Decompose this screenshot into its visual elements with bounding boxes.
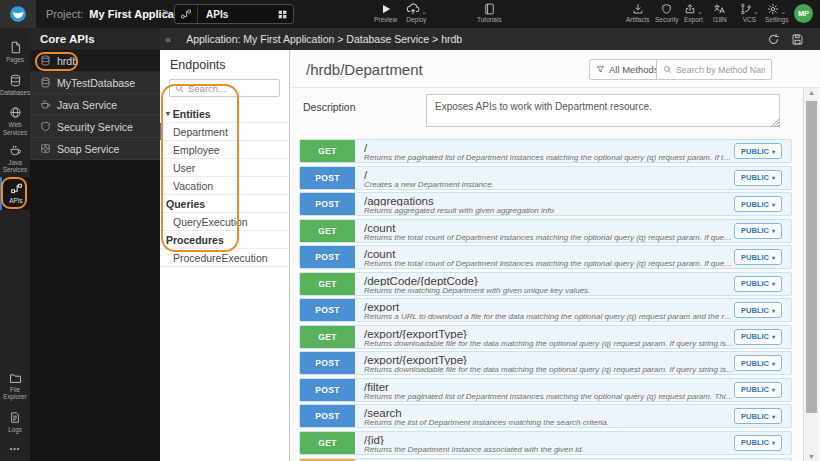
project-name-group[interactable]: Project: My First Application bbox=[46, 8, 194, 20]
tree-node[interactable]: ▾ Department bbox=[160, 123, 289, 141]
collapse-panel-icon[interactable]: « bbox=[165, 34, 171, 44]
visibility-dropdown[interactable]: PUBLIC ▾ bbox=[734, 382, 782, 398]
api-endpoint-row[interactable]: GET /count Returns the total count of De… bbox=[299, 219, 792, 243]
http-method-badge: POST bbox=[300, 246, 355, 268]
grid-menu-icon[interactable] bbox=[271, 9, 293, 20]
tree-node[interactable]: ▾ Entities bbox=[160, 105, 289, 123]
page-title: /hrdb/Department bbox=[306, 61, 423, 78]
tree-node[interactable]: ▾ User bbox=[160, 159, 289, 177]
endpoint-description: Returns aggregated result with given agg… bbox=[364, 206, 734, 215]
scroll-up-arrow[interactable]: ▲ bbox=[804, 89, 819, 96]
endpoints-search[interactable] bbox=[169, 79, 280, 97]
endpoint-description: Returns a URL to download a file for the… bbox=[364, 312, 734, 321]
http-method-badge: GET bbox=[300, 220, 355, 242]
tree-node[interactable]: ▾ Procedures bbox=[160, 231, 289, 249]
tutorials-button[interactable]: Tutorials bbox=[477, 3, 502, 23]
api-details-header: /hrdb/Department All Methods ▾ bbox=[290, 50, 820, 88]
export-button[interactable]: ⌄ Export bbox=[684, 3, 703, 23]
refresh-icon[interactable] bbox=[767, 33, 780, 46]
globe-icon bbox=[9, 106, 22, 119]
sidebar-item-java-service[interactable]: Java Service bbox=[30, 94, 160, 116]
user-avatar[interactable]: MP bbox=[794, 4, 813, 23]
visibility-dropdown[interactable]: PUBLIC ▾ bbox=[734, 302, 782, 318]
tree-node-label: User bbox=[173, 162, 195, 174]
sidebar-item-hrdb[interactable]: hrdb bbox=[30, 50, 160, 72]
visibility-dropdown[interactable]: PUBLIC ▾ bbox=[734, 355, 782, 371]
tree-node[interactable]: ▾ ProcedureExecution bbox=[160, 249, 289, 267]
api-endpoint-row-partial[interactable] bbox=[299, 458, 792, 461]
tree-node[interactable]: ▾ Queries bbox=[160, 195, 289, 213]
chevron-right-icon: > bbox=[162, 6, 168, 18]
download-icon bbox=[632, 3, 644, 15]
tree-node[interactable]: ▾ Employee bbox=[160, 141, 289, 159]
sidebar-item-soap-service[interactable]: Soap Service bbox=[30, 138, 160, 160]
api-endpoint-row[interactable]: GET /export/{exportType} Returns downloa… bbox=[299, 325, 792, 349]
api-endpoint-row[interactable]: POST / Creates a new Department instance… bbox=[299, 166, 792, 190]
http-method-badge: POST bbox=[300, 299, 355, 321]
api-endpoint-row[interactable]: GET / Returns the paginated list of Depa… bbox=[299, 139, 792, 163]
api-endpoint-row[interactable]: POST /count Returns the total count of D… bbox=[299, 245, 792, 269]
rail-item-java-services[interactable]: Java Services bbox=[0, 140, 30, 177]
api-details-panel: /hrdb/Department All Methods ▾ Descripti… bbox=[290, 50, 820, 461]
i18n-button[interactable]: I18N bbox=[713, 3, 727, 23]
security-button[interactable]: Security bbox=[655, 3, 678, 23]
deploy-button[interactable]: ⌄ Deploy bbox=[406, 3, 427, 23]
endpoint-description: Returns downloadable file for the data m… bbox=[364, 365, 734, 374]
save-icon[interactable] bbox=[791, 33, 804, 46]
selector-label: APIs bbox=[198, 9, 271, 20]
visibility-dropdown[interactable]: PUBLIC ▾ bbox=[734, 196, 782, 212]
api-endpoint-row[interactable]: GET /deptCode/{deptCode} Returns the mat… bbox=[299, 272, 792, 296]
visibility-dropdown[interactable]: PUBLIC ▾ bbox=[734, 408, 782, 424]
rail-item-web-services[interactable]: Web Services bbox=[0, 102, 30, 140]
artifacts-button[interactable]: Artifacts bbox=[626, 3, 649, 23]
scroll-down-arrow[interactable]: ▼ bbox=[804, 453, 819, 460]
rail-item-pages[interactable]: Pages bbox=[0, 36, 30, 68]
rail-item-file-explorer[interactable]: File Explorer bbox=[0, 367, 30, 405]
tree-node-label: Employee bbox=[173, 144, 220, 156]
tree-node[interactable]: ▾ QueryExecution bbox=[160, 213, 289, 231]
http-method-badge: GET bbox=[300, 326, 355, 348]
app-logo[interactable] bbox=[0, 0, 36, 28]
tree-node[interactable]: ▾ Vacation bbox=[160, 177, 289, 195]
main-scrollbar: ▲ ▼ bbox=[803, 88, 819, 461]
vcs-button[interactable]: ⌄ VCS bbox=[740, 3, 759, 23]
preview-button[interactable]: Preview bbox=[374, 3, 397, 23]
scrollbar-thumb[interactable] bbox=[806, 101, 817, 413]
rail-item-logs[interactable]: Logs bbox=[0, 405, 30, 439]
partial-api-row bbox=[299, 458, 792, 461]
caret-down-icon: ▾ bbox=[772, 307, 775, 314]
api-endpoint-row[interactable]: POST /export/{exportType} Returns downlo… bbox=[299, 351, 792, 375]
caret-down-icon: ▾ bbox=[772, 148, 775, 155]
api-endpoint-row[interactable]: POST /export Returns a URL to download a… bbox=[299, 298, 792, 322]
visibility-dropdown[interactable]: PUBLIC ▾ bbox=[734, 223, 782, 239]
caret-down-icon: ▾ bbox=[772, 201, 775, 208]
visibility-dropdown[interactable]: PUBLIC ▾ bbox=[734, 435, 782, 451]
endpoint-path: /filter bbox=[364, 381, 734, 392]
settings-button[interactable]: ⌄ Settings bbox=[765, 3, 789, 23]
search-icon bbox=[175, 84, 184, 93]
endpoint-path: /export/{exportType} bbox=[364, 354, 734, 365]
more-options-icon[interactable]: ••• bbox=[0, 439, 30, 457]
visibility-dropdown[interactable]: PUBLIC ▾ bbox=[734, 170, 782, 186]
http-method-badge: POST bbox=[300, 167, 355, 189]
sidebar-item-security-service[interactable]: Security Service bbox=[30, 116, 160, 138]
rail-item-databases[interactable]: Databases bbox=[0, 68, 30, 102]
visibility-dropdown[interactable]: PUBLIC ▾ bbox=[734, 143, 782, 159]
rail-item-apis[interactable]: APIs bbox=[0, 177, 30, 210]
visibility-dropdown[interactable]: PUBLIC ▾ bbox=[734, 329, 782, 345]
endpoint-path: /search bbox=[364, 407, 734, 418]
play-icon bbox=[380, 3, 392, 15]
visibility-dropdown[interactable]: PUBLIC ▾ bbox=[734, 276, 782, 292]
api-endpoint-row[interactable]: POST /filter Returns the paginated list … bbox=[299, 378, 792, 402]
workspace-selector[interactable]: APIs bbox=[174, 4, 294, 24]
api-endpoint-row[interactable]: POST /search Returns the list of Departm… bbox=[299, 404, 792, 428]
description-textarea[interactable]: Exposes APIs to work with Department res… bbox=[426, 94, 780, 127]
sidebar-item-mytestdatabase[interactable]: MyTestDatabase bbox=[30, 72, 160, 94]
method-search[interactable] bbox=[656, 59, 772, 80]
api-endpoint-row[interactable]: GET /{id} Returns the Department instanc… bbox=[299, 431, 792, 455]
filter-icon bbox=[596, 65, 605, 74]
method-search-input[interactable] bbox=[676, 65, 765, 75]
api-endpoint-row[interactable]: POST /aggregations Returns aggregated re… bbox=[299, 192, 792, 216]
visibility-dropdown[interactable]: PUBLIC ▾ bbox=[734, 249, 782, 265]
endpoints-search-input[interactable] bbox=[188, 83, 274, 94]
